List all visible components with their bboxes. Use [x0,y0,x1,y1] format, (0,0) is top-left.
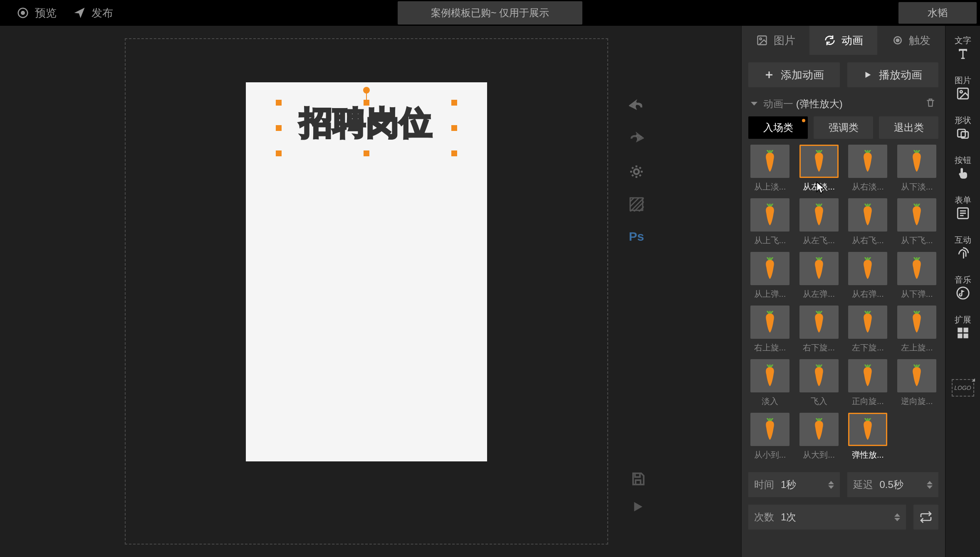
stage[interactable]: 招聘岗位 [0,26,741,557]
resize-handle[interactable] [451,100,457,106]
seg-emphasis[interactable]: 强调类 [814,116,873,139]
selected-title-object[interactable]: 招聘岗位 [281,105,452,151]
animation-cell-label: 飞入 [811,396,827,407]
delay-control[interactable]: 延迟 0.5秒 [847,472,939,497]
canvas-bounds: 招聘岗位 [125,38,608,545]
tab-trigger[interactable]: 触发 [877,26,945,55]
animation-cell-label: 左下旋... [852,342,884,353]
repeat-icon [919,510,933,524]
save-button[interactable] [631,471,646,488]
loop-toggle[interactable] [913,505,938,530]
animation-cell-label: 从左弹... [803,288,835,300]
animation-cell[interactable]: 从右淡... [846,145,890,192]
tool-music[interactable]: 音乐 [945,273,980,303]
svg-rect-17 [963,333,968,338]
animation-cell[interactable]: 从右弹... [846,252,890,300]
animation-cell[interactable]: 从上弹... [748,252,792,300]
svg-rect-16 [958,333,962,338]
animation-cell[interactable]: 左下旋... [846,306,890,353]
add-animation-button[interactable]: 添加动画 [748,62,840,87]
delay-value: 0.5秒 [880,478,921,491]
animation-cell-label: 从下飞... [901,235,933,246]
animation-cell[interactable]: 从左飞... [797,198,841,246]
resize-handle[interactable] [276,125,282,131]
animation-thumb [848,252,887,285]
tool-form[interactable]: 表单 [945,193,980,223]
tool-button[interactable]: 按钮 [945,153,980,183]
user-menu[interactable]: 水韬 [898,2,977,24]
play-animation-button[interactable]: 播放动画 [847,62,939,87]
animation-thumb [848,306,887,339]
settings-button[interactable] [627,163,646,181]
music-icon [956,286,970,300]
count-control[interactable]: 次数 1次 [748,505,906,530]
svg-point-1 [21,11,25,15]
preview-play-button[interactable] [631,500,646,515]
resize-handle[interactable] [451,150,457,156]
svg-point-2 [634,169,639,174]
svg-rect-15 [963,328,968,332]
animation-cell[interactable]: 飞入 [797,359,841,407]
animation-cell[interactable]: 左上旋... [895,306,938,353]
hatch-button[interactable] [627,195,646,213]
count-value: 1次 [781,510,888,524]
add-animation-label: 添加动画 [781,68,824,82]
animation-cell[interactable]: 从下飞... [895,198,938,246]
rotate-handle[interactable] [363,87,370,94]
tool-shape[interactable]: 形状 [945,113,980,143]
animation-cell[interactable]: 右下旋... [797,306,841,353]
animation-cell[interactable]: 右上旋... [748,306,792,353]
delay-stepper[interactable] [927,481,933,489]
animation-cell-label: 从上淡... [754,181,786,192]
animation-cell[interactable]: 淡入 [748,359,792,407]
delete-animation-button[interactable] [925,97,936,111]
seg-exit[interactable]: 退出类 [879,116,938,139]
canvas-side-tools: Ps [627,98,646,246]
animation-cell[interactable]: 从小到... [748,413,792,461]
tool-interact-label: 互动 [955,235,971,244]
count-stepper[interactable] [894,513,900,521]
tab-image[interactable]: 图片 [742,26,809,55]
undo-icon [629,99,644,114]
tool-text[interactable]: 文字 [945,33,980,63]
tab-image-label: 图片 [774,33,795,48]
animation-cell[interactable]: 从左淡... [797,145,841,192]
publish-button[interactable]: 发布 [73,6,113,20]
tab-animation[interactable]: 动画 [809,26,877,55]
animation-cell[interactable]: 逆向旋... [895,359,938,407]
animation-cell-label: 逆向旋... [901,396,933,407]
animation-cell[interactable]: 弹性放... [846,413,890,461]
svg-point-7 [896,39,899,42]
time-stepper[interactable] [828,481,834,489]
svg-point-5 [760,38,762,40]
animation-thumb [750,413,789,446]
redo-button[interactable] [627,130,646,148]
resize-handle[interactable] [276,100,282,106]
animation-cell[interactable]: 从上飞... [748,198,792,246]
animation-cell[interactable]: 从右飞... [846,198,890,246]
resize-handle[interactable] [276,150,282,156]
preview-label: 预览 [35,6,57,20]
seg-entrance[interactable]: 入场类 [748,116,808,139]
tool-interact[interactable]: 互动 [945,233,980,263]
animation-cell[interactable]: 从上淡... [748,145,792,192]
gear-icon [629,164,644,179]
resize-handle[interactable] [364,150,369,156]
time-control[interactable]: 时间 1秒 [748,472,840,497]
animation-cell-label: 左上旋... [901,342,933,353]
resize-handle[interactable] [451,125,457,131]
tool-logo[interactable]: LOGO [945,377,980,399]
animation-thumb [897,306,936,339]
animation-cell[interactable]: 从下淡... [895,145,938,192]
photoshop-button[interactable]: Ps [627,227,646,246]
tool-extend[interactable]: 扩展 [945,313,980,343]
animation-cell[interactable]: 正向旋... [846,359,890,407]
animation-cell[interactable]: 从左弹... [797,252,841,300]
animation-cell[interactable]: 从大到... [797,413,841,461]
undo-button[interactable] [627,98,646,116]
preview-button[interactable]: 预览 [17,6,57,20]
animation-cell[interactable]: 从下弹... [895,252,938,300]
canvas[interactable]: 招聘岗位 [246,82,487,461]
animation-item-header[interactable]: 动画一 (弹性放大) [748,87,938,116]
tool-image[interactable]: 图片 [945,73,980,103]
